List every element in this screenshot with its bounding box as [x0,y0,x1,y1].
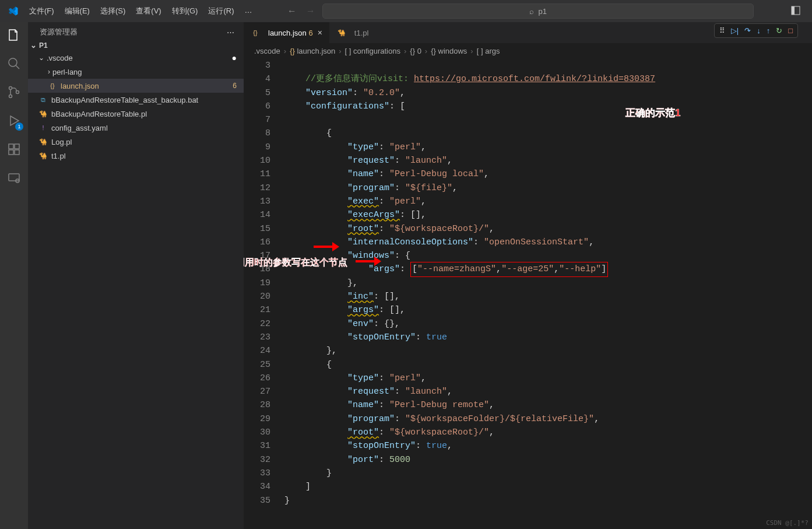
tree-label: t1.pl [51,152,66,160]
svg-point-5 [16,91,19,94]
run-debug-icon[interactable]: 1 [7,114,21,129]
tree-item[interactable]: 🐪bBackupAndRestoreTable.pl [28,107,244,121]
svg-point-3 [9,87,12,90]
tree-item[interactable]: ⌄.vscode● [28,51,244,65]
stop-icon[interactable]: □ [788,26,793,35]
problems-badge: 6 [233,82,237,90]
svg-rect-8 [15,150,19,155]
editor-area: {}launch.json 6×🐪t1.pl ⠿ ▷| ↷ ↓ ↑ ↻ □ .v… [244,22,812,529]
watermark: CSDN @[.]*? [766,519,809,527]
layout-customize-icon[interactable] [784,6,807,17]
tab-label: t1.pl [354,29,369,37]
tree-item[interactable]: 🐪Log.pl [28,135,244,149]
file-icon: {} [48,81,57,90]
sidebar-more-icon[interactable]: ⋯ [227,28,234,37]
tree-item[interactable]: !config_asst.yaml [28,121,244,135]
tree-label: config_asst.yaml [51,124,108,132]
svg-rect-9 [15,144,19,149]
tree-item[interactable]: 🐪t1.pl [28,149,244,163]
nav-back-icon[interactable]: ← [287,6,297,16]
editor-tab[interactable]: {}launch.json 6× [244,22,330,43]
extensions-icon[interactable] [7,142,21,158]
tree-item[interactable]: {}launch.json6 [28,79,244,93]
file-icon: 🐪 [38,137,48,146]
file-icon: 🐪 [38,109,48,118]
menu-goto[interactable]: 转到(G) [167,3,203,19]
search-icon: ⌕ [529,7,534,16]
tab-label: launch.json 6 [268,29,313,37]
file-icon: ! [38,123,48,132]
file-icon: 🐪 [337,28,346,37]
menu-edit[interactable]: 编辑(E) [60,3,94,19]
menu-more-icon[interactable]: … [240,3,256,19]
search-icon[interactable] [7,57,21,72]
chevron-icon: › [48,68,50,76]
search-text: p1 [539,7,547,16]
line-gutter: 3456789101112131415161718192021222324252… [244,58,284,529]
breadcrumb[interactable]: .vscode›{} launch.json›[ ] configuration… [244,43,812,58]
tree-item[interactable]: ⧉bBackupAndRestoreTable_asst_backup.bat [28,93,244,107]
annotation-1: 正确的示范1 [625,106,680,120]
code-editor[interactable]: 3456789101112131415161718192021222324252… [244,58,812,529]
step-into-icon[interactable]: ↓ [757,26,761,35]
chevron-down-icon: ⌄ [30,41,37,50]
source-control-icon[interactable] [7,85,21,101]
svg-point-2 [9,58,17,66]
command-center[interactable]: ⌕ p1 [322,3,754,19]
step-out-icon[interactable]: ↑ [767,26,771,35]
activity-bar: 1 [0,22,28,529]
tree-label: .vscode [47,54,73,62]
drag-handle-icon[interactable]: ⠿ [719,26,725,35]
file-icon: {} [251,28,260,37]
nav-forward-icon[interactable]: → [306,6,315,16]
arrow-icon [311,242,339,250]
project-section[interactable]: ⌄ P1 [28,40,244,51]
sidebar-title: 资源管理器 [40,27,78,37]
restart-icon[interactable]: ↻ [776,26,782,35]
svg-rect-7 [9,150,13,155]
tree-item[interactable]: ›perl-lang [28,65,244,79]
modified-dot-icon: ● [232,53,237,62]
code-content[interactable]: 正确的示范1 调用时的参数写在这个节点 //更多信息请访问visit: http… [284,58,812,529]
menu-select[interactable]: 选择(S) [96,3,130,19]
editor-tab[interactable]: 🐪t1.pl [330,22,377,43]
explorer-icon[interactable] [7,28,21,44]
annotation-2: 调用时的参数写在这个节点 [244,255,347,269]
menu-run[interactable]: 运行(R) [203,3,238,19]
sidebar: 资源管理器 ⋯ ⌄ P1 ⌄.vscode●›perl-lang{}launch… [28,22,244,529]
tree-label: bBackupAndRestoreTable.pl [51,110,147,118]
arrow-icon [353,257,381,265]
main-menu: 文件(F) 编辑(E) 选择(S) 查看(V) 转到(G) 运行(R) … [24,3,256,19]
tree-label: launch.json [61,82,99,90]
svg-point-4 [9,95,12,98]
titlebar: 文件(F) 编辑(E) 选择(S) 查看(V) 转到(G) 运行(R) … ← … [0,0,812,22]
svg-rect-1 [792,6,795,15]
file-icon: ⧉ [38,95,48,104]
vscode-logo-icon [8,6,19,16]
debug-toolbar: ⠿ ▷| ↷ ↓ ↑ ↻ □ [714,23,798,38]
menu-file[interactable]: 文件(F) [24,3,59,19]
remote-icon[interactable] [7,171,21,187]
tree-label: Log.pl [51,138,72,146]
debug-badge: 1 [15,122,23,131]
file-icon: 🐪 [38,151,48,160]
close-icon[interactable]: × [318,28,322,37]
svg-rect-6 [9,144,13,149]
menu-view[interactable]: 查看(V) [131,3,166,19]
file-tree: ⌄.vscode●›perl-lang{}launch.json6⧉bBacku… [28,51,244,163]
continue-icon[interactable]: ▷| [731,26,739,35]
chevron-icon: ⌄ [38,54,44,62]
tree-label: perl-lang [52,68,82,76]
step-over-icon[interactable]: ↷ [744,26,751,35]
tree-label: bBackupAndRestoreTable_asst_backup.bat [51,96,198,104]
svg-rect-10 [9,174,19,181]
